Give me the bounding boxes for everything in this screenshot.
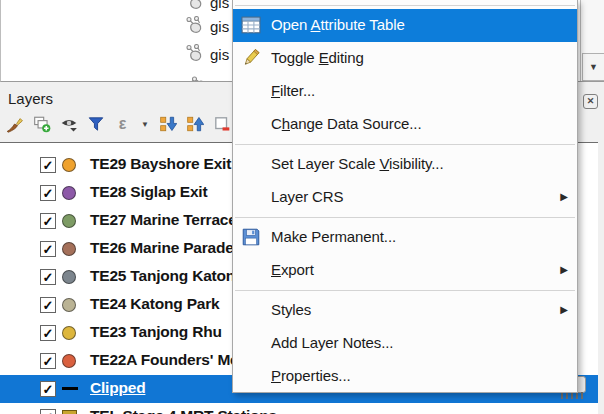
expand-all-button[interactable] <box>157 114 178 135</box>
attribute-table-icon <box>240 14 262 36</box>
layer-name: gis <box>210 18 229 35</box>
remove-layer-button[interactable] <box>211 114 232 135</box>
collapse-all-button[interactable] <box>184 114 205 135</box>
close-icon: ✕ <box>587 97 595 106</box>
menu-separator <box>235 217 575 218</box>
layers-toolbar: ε ▼ <box>4 111 232 137</box>
menu-item-styles[interactable]: Styles ▶ <box>233 294 577 327</box>
list-item[interactable]: gis <box>185 12 229 40</box>
panel-edge-strip <box>598 142 604 414</box>
filter-by-expression-button[interactable]: ε <box>112 114 133 135</box>
point-symbol <box>62 158 76 172</box>
funnel-icon <box>87 115 105 133</box>
filter-legend-button[interactable] <box>85 114 106 135</box>
check-icon: ✓ <box>43 383 54 396</box>
polygon-layer-icon <box>185 16 205 36</box>
check-icon: ✓ <box>43 159 54 172</box>
layer-label: Clipped <box>90 379 145 397</box>
visibility-checkbox[interactable]: ✓ <box>40 297 56 313</box>
point-symbol <box>62 326 76 340</box>
menu-item-make-permanent[interactable]: Make Permanent... <box>233 221 577 254</box>
check-icon: ✓ <box>43 355 54 368</box>
visibility-checkbox[interactable]: ✓ <box>40 157 56 173</box>
open-layer-styling-panel-button[interactable] <box>4 114 25 135</box>
menu-item-set-layer-scale-visibility[interactable]: Set Layer Scale Visibility... <box>233 148 577 181</box>
polygon-layer-icon <box>185 0 205 12</box>
menu-item-properties[interactable]: Properties... <box>233 360 577 393</box>
menu-separator <box>235 290 575 291</box>
expand-all-icon <box>159 115 177 133</box>
menu-item-change-data-source[interactable]: Change Data Source... <box>233 108 577 141</box>
add-group-icon <box>33 115 51 133</box>
layers-panel-title: Layers <box>8 90 53 107</box>
dropdown-arrow-icon: ▼ <box>141 120 149 129</box>
paintbrush-icon <box>6 115 24 133</box>
scroll-down-button[interactable]: ▼ <box>582 53 604 81</box>
expression-epsilon-icon: ε <box>119 116 127 132</box>
list-item[interactable] <box>185 66 210 82</box>
point-symbol <box>62 354 76 368</box>
add-group-button[interactable] <box>31 114 52 135</box>
line-symbol <box>62 387 78 390</box>
layer-label: TE25 Tanjong Katong <box>90 267 244 285</box>
pencil-icon <box>240 47 262 69</box>
polygon-symbol <box>62 410 77 414</box>
visibility-checkbox[interactable]: ✓ <box>40 325 56 341</box>
layer-label: TE28 Siglap Exit <box>90 183 207 201</box>
close-panel-button[interactable]: ✕ <box>583 94 598 109</box>
check-icon: ✓ <box>43 271 54 284</box>
check-icon: ✓ <box>43 299 54 312</box>
point-symbol <box>62 214 76 228</box>
vertical-scrollbar[interactable]: ▼ <box>580 0 604 81</box>
layer-name: gis <box>210 46 229 63</box>
layer-label: TE23 Tanjong Rhu <box>90 323 222 341</box>
menu-item-export[interactable]: Export ▶ <box>233 254 577 287</box>
submenu-arrow-icon: ▶ <box>560 265 568 275</box>
point-symbol <box>62 186 76 200</box>
collapse-all-icon <box>186 115 204 133</box>
floppy-disk-icon <box>240 226 262 248</box>
submenu-arrow-icon: ▶ <box>560 192 568 202</box>
line-layer-icon <box>185 70 205 82</box>
check-icon: ✓ <box>43 187 54 200</box>
check-icon: ✓ <box>43 411 54 414</box>
layer-context-menu: Open Attribute Table Toggle Editing Filt… <box>232 0 578 393</box>
menu-separator <box>235 144 575 145</box>
layer-label: TE24 Katong Park <box>90 295 219 313</box>
scroll-down-icon: ▼ <box>589 62 598 72</box>
expression-dropdown-button[interactable]: ▼ <box>139 114 151 135</box>
visibility-checkbox[interactable]: ✓ <box>40 381 56 397</box>
menu-item-filter[interactable]: Filter... <box>233 75 577 108</box>
menu-separator <box>235 5 575 6</box>
layer-name: gis <box>210 0 229 11</box>
submenu-arrow-icon: ▶ <box>560 305 568 315</box>
menu-item-toggle-editing[interactable]: Toggle Editing <box>233 42 577 75</box>
visibility-checkbox[interactable]: ✓ <box>40 353 56 369</box>
list-item[interactable]: gis <box>185 40 229 68</box>
eye-icon <box>60 115 78 133</box>
layer-label: TE27 Marine Terrace <box>90 211 237 229</box>
check-icon: ✓ <box>43 327 54 340</box>
menu-item-open-attribute-table[interactable]: Open Attribute Table <box>233 9 577 42</box>
visibility-checkbox[interactable]: ✓ <box>40 185 56 201</box>
layer-label: TE29 Bayshore Exit <box>90 155 231 173</box>
remove-layer-icon <box>213 115 231 133</box>
check-icon: ✓ <box>43 215 54 228</box>
layer-row-tel-stations[interactable]: ✓ TEL Stage 4 MRT Stations <box>0 403 598 414</box>
manage-map-themes-button[interactable] <box>58 114 79 135</box>
menu-item-add-layer-notes[interactable]: Add Layer Notes... <box>233 327 577 360</box>
polygon-layer-icon <box>185 44 205 64</box>
visibility-checkbox[interactable]: ✓ <box>40 241 56 257</box>
check-icon: ✓ <box>43 243 54 256</box>
layer-label: TE26 Marine Parade <box>90 239 234 257</box>
visibility-checkbox[interactable]: ✓ <box>40 409 56 414</box>
point-symbol <box>62 242 76 256</box>
visibility-checkbox[interactable]: ✓ <box>40 213 56 229</box>
menu-item-layer-crs[interactable]: Layer CRS ▶ <box>233 181 577 214</box>
visibility-checkbox[interactable]: ✓ <box>40 269 56 285</box>
point-symbol <box>62 298 76 312</box>
point-symbol <box>62 270 76 284</box>
layer-label: TEL Stage 4 MRT Stations <box>90 407 277 414</box>
